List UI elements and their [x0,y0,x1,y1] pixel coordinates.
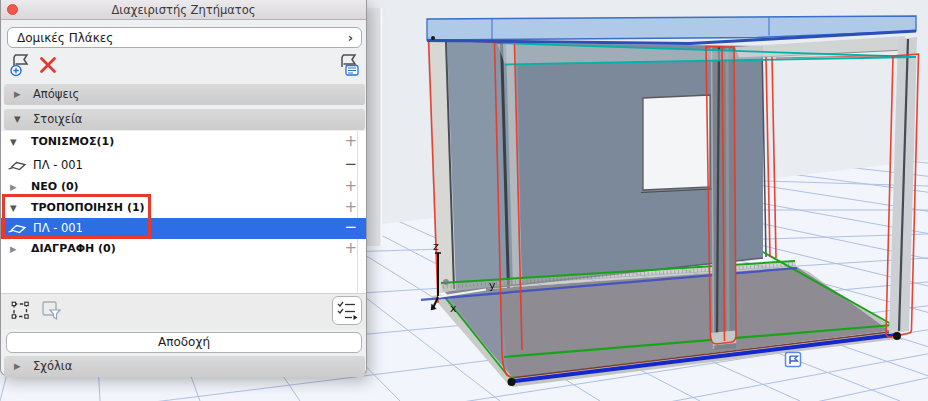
add-issue-button[interactable] [9,53,33,83]
tree-row-pl001-highlight[interactable]: ΠΛ - 001 − [1,155,366,177]
collapse-arrow-icon: ▶ [14,361,21,371]
section-views[interactable]: ▶ Απόψεις [4,84,365,105]
issue-manager-panel: Διαχειριστής Ζητήματος Δομικές Πλάκες › … [0,0,367,376]
remove-button[interactable]: − [344,155,357,173]
highlight-annotation-red-box [2,194,151,239]
marquee-select-button[interactable] [10,300,31,325]
issue-flag-marker[interactable] [786,353,801,367]
issue-details-button[interactable] [338,53,362,83]
add-button[interactable]: + [344,198,357,216]
add-button[interactable]: + [344,132,357,150]
axis-y-label: y [489,279,496,292]
window-title: Διαχειριστής Ζητήματος [1,3,366,17]
filter-button[interactable] [41,300,63,325]
section-elements[interactable]: ▼ Στοιχεία [4,109,365,130]
collapse-arrow-icon: ▶ [10,244,17,254]
delete-issue-button[interactable] [39,56,57,78]
collapse-arrow-icon: ▶ [10,182,17,192]
selection-handle[interactable] [893,332,901,340]
chevron-right-icon: › [348,30,353,45]
remove-button[interactable]: − [344,218,357,236]
expand-arrow-icon: ▼ [14,114,21,124]
section-comments[interactable]: ▶ Σχόλια [4,356,365,377]
axis-z-label: z [433,240,439,253]
selection-handle[interactable] [508,378,516,386]
filter-dropdown-value: Δομικές Πλάκες [17,31,113,45]
axis-x-label: x [450,302,457,315]
window-opening[interactable] [643,95,710,190]
tree-row-diagrafi[interactable]: ▶ ΔΙΑΓΡΑΦΗ (0) + [1,239,366,261]
titlebar: Διαχειριστής Ζητήματος [1,0,366,20]
add-button[interactable]: + [344,177,357,195]
add-button[interactable]: + [344,239,357,257]
filter-dropdown[interactable]: Δομικές Πλάκες › [7,27,362,48]
slab-element-icon [8,160,28,175]
accept-button[interactable]: Αποδοχή [6,332,362,353]
collapse-arrow-icon: ▶ [14,89,21,99]
expand-arrow-icon: ▼ [10,137,17,147]
tree-row-tonismos[interactable]: ▼ ΤΟΝΙΣΜΟΣ(1) + [1,132,366,155]
issue-list-options-button[interactable] [332,296,362,325]
